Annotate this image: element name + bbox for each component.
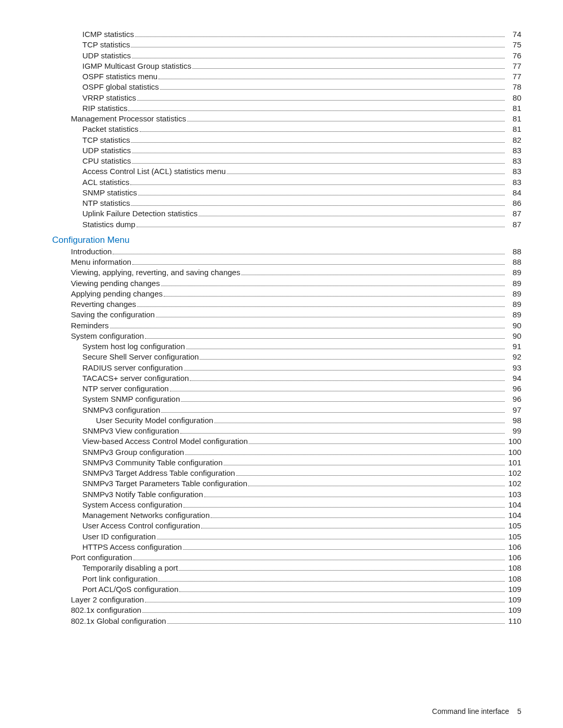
toc-entry[interactable]: VRRP statistics80 bbox=[52, 93, 521, 103]
toc-entry-label: User Security Model configuration bbox=[96, 415, 213, 426]
toc-entry[interactable]: Packet statistics81 bbox=[52, 124, 521, 134]
toc-entry[interactable]: User ID configuration105 bbox=[52, 532, 521, 542]
toc-leader-dots bbox=[158, 79, 505, 79]
toc-entry-page: 81 bbox=[507, 124, 521, 134]
toc-entry-label: Saving the configuration bbox=[71, 310, 155, 320]
toc-entry[interactable]: OSPF global statistics78 bbox=[52, 82, 521, 92]
toc-entry-label: IGMP Multicast Group statistics bbox=[82, 61, 191, 71]
toc-entry[interactable]: SNMPv3 Notify Table configuration103 bbox=[52, 489, 521, 500]
toc-entry[interactable]: OSPF statistics menu77 bbox=[52, 71, 521, 82]
toc-entry[interactable]: Secure Shell Server configuration92 bbox=[52, 352, 521, 362]
toc-entry-page: 77 bbox=[507, 71, 521, 82]
toc-leader-dots bbox=[241, 275, 505, 275]
toc-leader-dots bbox=[132, 58, 505, 58]
toc-leader-dots bbox=[157, 539, 505, 539]
toc-entry[interactable]: CPU statistics83 bbox=[52, 156, 521, 166]
toc-entry[interactable]: System Access configuration104 bbox=[52, 500, 521, 510]
toc-entry[interactable]: SNMPv3 Group configuration100 bbox=[52, 447, 521, 458]
toc-entry[interactable]: System host log configuration91 bbox=[52, 341, 521, 352]
toc-entry[interactable]: ICMP statistics74 bbox=[52, 29, 521, 40]
toc-leader-dots bbox=[137, 306, 505, 307]
toc-entry-label: Reminders bbox=[71, 320, 109, 331]
toc-entry-page: 89 bbox=[507, 299, 521, 310]
toc-leader-dots bbox=[137, 100, 505, 101]
toc-leader-dots bbox=[187, 121, 505, 121]
toc-entry-page: 92 bbox=[507, 352, 521, 362]
toc-leader-dots bbox=[201, 528, 505, 528]
toc-entry-label: Viewing pending changes bbox=[71, 278, 160, 289]
toc-entry-page: 96 bbox=[507, 384, 521, 394]
toc-entry-page: 104 bbox=[507, 510, 521, 521]
toc-entry-label: Management Processor statistics bbox=[71, 114, 186, 124]
toc-entry[interactable]: 802.1x Global configuration110 bbox=[52, 616, 521, 626]
toc-leader-dots bbox=[161, 286, 505, 286]
toc-entry[interactable]: Access Control List (ACL) statistics men… bbox=[52, 166, 521, 177]
toc-entry-label: OSPF statistics menu bbox=[82, 71, 157, 82]
toc-entry-label: Management Networks configuration bbox=[82, 510, 210, 521]
toc-entry[interactable]: IGMP Multicast Group statistics77 bbox=[52, 61, 521, 71]
toc-entry[interactable]: Uplink Failure Detection statistics87 bbox=[52, 208, 521, 219]
toc-entry[interactable]: View-based Access Control Model configur… bbox=[52, 436, 521, 447]
toc-entry[interactable]: UDP statistics83 bbox=[52, 145, 521, 156]
toc-entry[interactable]: RADIUS server configuration93 bbox=[52, 363, 521, 373]
toc-entry[interactable]: Introduction88 bbox=[52, 246, 521, 257]
toc-entry[interactable]: Viewing, applying, reverting, and saving… bbox=[52, 267, 521, 278]
toc-leader-dots bbox=[158, 581, 505, 582]
toc-entry[interactable]: SNMPv3 Target Parameters Table configura… bbox=[52, 478, 521, 489]
toc-entry[interactable]: RIP statistics81 bbox=[52, 103, 521, 114]
toc-leader-dots bbox=[214, 423, 505, 423]
toc-leader-dots bbox=[170, 391, 505, 391]
toc-entry[interactable]: Port configuration106 bbox=[52, 552, 521, 563]
toc-leader-dots bbox=[156, 317, 505, 317]
toc-entry-label: CPU statistics bbox=[82, 156, 131, 166]
toc-leader-dots bbox=[133, 560, 505, 560]
toc-entry-page: 97 bbox=[507, 405, 521, 415]
toc-entry[interactable]: TCP statistics82 bbox=[52, 135, 521, 145]
toc-entry[interactable]: Temporarily disabling a port108 bbox=[52, 563, 521, 573]
toc-entry-label: VRRP statistics bbox=[82, 93, 136, 103]
toc-entry[interactable]: SNMPv3 configuration97 bbox=[52, 405, 521, 415]
toc-entry-page: 104 bbox=[507, 500, 521, 510]
toc-entry[interactable]: User Security Model configuration98 bbox=[52, 415, 521, 426]
toc-entry-page: 78 bbox=[507, 82, 521, 92]
toc-entry[interactable]: SNMPv3 Target Address Table configuratio… bbox=[52, 468, 521, 478]
toc-entry[interactable]: SNMPv3 Community Table configuration101 bbox=[52, 458, 521, 468]
toc-entry[interactable]: Layer 2 configuration109 bbox=[52, 595, 521, 605]
toc-entry[interactable]: ACL statistics83 bbox=[52, 177, 521, 188]
toc-leader-dots bbox=[186, 349, 505, 349]
toc-entry[interactable]: Menu information88 bbox=[52, 257, 521, 267]
toc-entry[interactable]: TCP statistics75 bbox=[52, 40, 521, 50]
toc-entry[interactable]: System configuration90 bbox=[52, 331, 521, 341]
toc-entry[interactable]: Statistics dump87 bbox=[52, 219, 521, 230]
toc-entry[interactable]: HTTPS Access configuration106 bbox=[52, 542, 521, 552]
toc-entry-page: 75 bbox=[507, 40, 521, 50]
toc-leader-dots bbox=[183, 549, 505, 550]
toc-entry[interactable]: System SNMP configuration96 bbox=[52, 394, 521, 404]
toc-entry[interactable]: NTP server configuration96 bbox=[52, 384, 521, 394]
toc-entry[interactable]: Saving the configuration89 bbox=[52, 310, 521, 320]
toc-entry[interactable]: Management Networks configuration104 bbox=[52, 510, 521, 521]
toc-entry[interactable]: 802.1x configuration109 bbox=[52, 605, 521, 615]
toc-entry-label: SNMPv3 Community Table configuration bbox=[82, 458, 223, 468]
toc-entry-label: 802.1x configuration bbox=[71, 605, 141, 615]
toc-entry-page: 89 bbox=[507, 267, 521, 278]
toc-entry-label: 802.1x Global configuration bbox=[71, 616, 166, 626]
toc-entry-label: Port ACL/QoS configuration bbox=[82, 584, 178, 595]
toc-entry[interactable]: Port link configuration108 bbox=[52, 574, 521, 584]
toc-entry[interactable]: TACACS+ server configuration94 bbox=[52, 373, 521, 384]
toc-entry-page: 93 bbox=[507, 363, 521, 373]
toc-entry[interactable]: Applying pending changes89 bbox=[52, 289, 521, 299]
toc-entry[interactable]: NTP statistics86 bbox=[52, 198, 521, 208]
toc-entry[interactable]: Port ACL/QoS configuration109 bbox=[52, 584, 521, 595]
toc-entry[interactable]: SNMP statistics84 bbox=[52, 188, 521, 198]
toc-entry[interactable]: User Access Control configuration105 bbox=[52, 521, 521, 531]
toc-entry[interactable]: Reverting changes89 bbox=[52, 299, 521, 310]
toc-entry-label: ICMP statistics bbox=[82, 29, 134, 40]
toc-entry-label: Layer 2 configuration bbox=[71, 595, 144, 605]
toc-entry-label: SNMPv3 configuration bbox=[82, 405, 160, 415]
toc-entry[interactable]: SNMPv3 View configuration99 bbox=[52, 426, 521, 436]
toc-entry[interactable]: UDP statistics76 bbox=[52, 51, 521, 61]
toc-entry[interactable]: Management Processor statistics81 bbox=[52, 114, 521, 124]
toc-entry[interactable]: Reminders90 bbox=[52, 320, 521, 331]
toc-entry[interactable]: Viewing pending changes89 bbox=[52, 278, 521, 289]
